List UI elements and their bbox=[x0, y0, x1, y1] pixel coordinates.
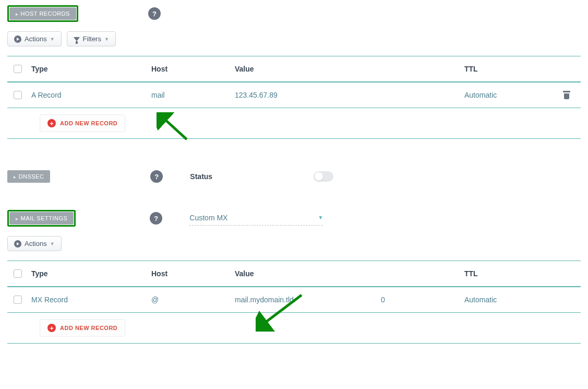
help-icon[interactable]: ? bbox=[150, 212, 162, 225]
filter-icon bbox=[74, 37, 80, 41]
trash-icon[interactable] bbox=[562, 91, 571, 99]
actions-label: Actions bbox=[25, 35, 47, 43]
col-ttl-header: TTL bbox=[464, 269, 553, 278]
actions-label: Actions bbox=[25, 240, 47, 247]
add-new-record-label: ADD NEW RECORD bbox=[60, 325, 117, 331]
host-records-table: Type Host Value TTL A Record mail 123.45… bbox=[7, 56, 581, 139]
chevron-down-icon: ▼ bbox=[104, 37, 109, 42]
record-value[interactable]: mail.mydomain.tld. bbox=[235, 296, 381, 304]
mail-settings-selected: Custom MX bbox=[189, 214, 227, 222]
col-value-header: Value bbox=[235, 65, 381, 73]
row-checkbox[interactable] bbox=[14, 296, 22, 304]
col-value-header: Value bbox=[235, 269, 381, 278]
chevron-down-icon: ▼ bbox=[318, 215, 323, 220]
col-type-header: Type bbox=[31, 65, 151, 73]
col-host-header: Host bbox=[151, 65, 235, 73]
play-icon bbox=[14, 240, 21, 247]
filters-label: Filters bbox=[83, 35, 101, 43]
dnssec-toggle[interactable] bbox=[314, 171, 333, 182]
dnssec-status-label: Status bbox=[190, 172, 212, 181]
mail-records-table: Type Host Value TTL MX Record @ mail.myd… bbox=[7, 261, 581, 344]
host-records-header-row: HOST RECORDS ? bbox=[7, 5, 581, 22]
actions-button[interactable]: Actions ▼ bbox=[7, 236, 62, 251]
record-host[interactable]: mail bbox=[151, 91, 235, 99]
play-icon bbox=[14, 36, 21, 43]
col-type-header: Type bbox=[31, 269, 151, 278]
table-header-row: Type Host Value TTL bbox=[7, 261, 581, 287]
mail-settings-select[interactable]: Custom MX ▼ bbox=[189, 211, 323, 226]
chevron-down-icon: ▼ bbox=[50, 37, 55, 42]
add-new-record-label: ADD NEW RECORD bbox=[60, 120, 117, 126]
record-priority[interactable]: 0 bbox=[381, 296, 464, 304]
record-type[interactable]: A Record bbox=[31, 91, 151, 99]
record-ttl[interactable]: Automatic bbox=[464, 296, 553, 304]
help-icon[interactable]: ? bbox=[150, 170, 163, 183]
dnssec-tab[interactable]: DNSSEC bbox=[7, 170, 50, 183]
help-icon[interactable]: ? bbox=[148, 7, 161, 20]
record-value[interactable]: 123.45.67.89 bbox=[235, 91, 381, 99]
add-new-record-button[interactable]: + ADD NEW RECORD bbox=[40, 319, 125, 337]
mail-settings-highlight: MAIL SETTINGS bbox=[7, 210, 76, 227]
record-host[interactable]: @ bbox=[151, 296, 235, 304]
plus-icon: + bbox=[47, 119, 56, 127]
mail-settings-tab[interactable]: MAIL SETTINGS bbox=[9, 212, 74, 225]
table-row: A Record mail 123.45.67.89 Automatic bbox=[7, 82, 581, 108]
chevron-down-icon: ▼ bbox=[50, 241, 55, 246]
dnssec-header-row: DNSSEC ? Status bbox=[7, 170, 581, 183]
plus-icon: + bbox=[47, 324, 56, 332]
actions-button[interactable]: Actions ▼ bbox=[7, 31, 62, 46]
col-host-header: Host bbox=[151, 269, 235, 278]
add-new-record-button[interactable]: + ADD NEW RECORD bbox=[40, 114, 125, 132]
select-all-checkbox[interactable] bbox=[14, 269, 22, 278]
add-record-row: + ADD NEW RECORD bbox=[7, 313, 581, 344]
col-ttl-header: TTL bbox=[464, 65, 553, 73]
row-checkbox[interactable] bbox=[14, 91, 22, 99]
host-records-highlight: HOST RECORDS bbox=[7, 5, 78, 22]
mail-settings-toolbar: Actions ▼ bbox=[7, 236, 581, 251]
filters-button[interactable]: Filters ▼ bbox=[67, 31, 116, 46]
table-header-row: Type Host Value TTL bbox=[7, 56, 581, 82]
table-row: MX Record @ mail.mydomain.tld. 0 Automat… bbox=[7, 287, 581, 313]
host-records-toolbar: Actions ▼ Filters ▼ bbox=[7, 31, 581, 46]
host-records-tab[interactable]: HOST RECORDS bbox=[9, 7, 76, 20]
add-record-row: + ADD NEW RECORD bbox=[7, 108, 581, 139]
mail-settings-header-row: MAIL SETTINGS ? Custom MX ▼ bbox=[7, 210, 581, 227]
select-all-checkbox[interactable] bbox=[14, 65, 22, 73]
record-type[interactable]: MX Record bbox=[31, 296, 151, 304]
record-ttl[interactable]: Automatic bbox=[464, 91, 553, 99]
